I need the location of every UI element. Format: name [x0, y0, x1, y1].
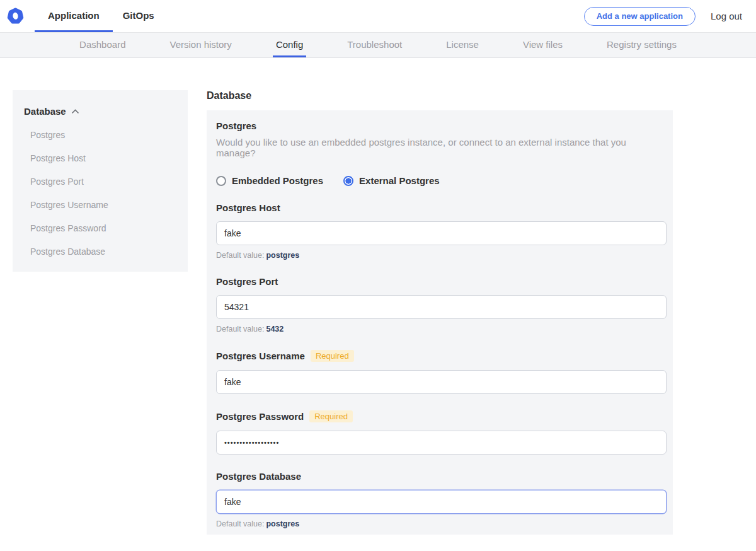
logout-button[interactable]: Log out — [711, 11, 742, 21]
app-subnav: Dashboard Version history Config Trouble… — [0, 33, 756, 58]
radio-external-postgres[interactable]: External Postgres — [343, 175, 440, 186]
radio-unchecked-icon — [216, 176, 226, 186]
group-label: Postgres — [216, 120, 667, 131]
subtab-dashboard[interactable]: Dashboard — [76, 33, 129, 57]
chevron-up-icon — [71, 109, 79, 114]
subtab-view-files[interactable]: View files — [520, 33, 566, 57]
add-new-application-button[interactable]: Add a new application — [584, 7, 696, 26]
section-title: Database — [207, 90, 673, 102]
sidebar-item-list: Postgres Postgres Host Postgres Port Pos… — [24, 130, 176, 257]
radio-embedded-postgres[interactable]: Embedded Postgres — [216, 175, 323, 186]
group-help-text: Would you like to use an embedded postgr… — [216, 137, 667, 158]
field-label: Postgres Port — [216, 276, 278, 287]
default-value-note: Default value:5432 — [216, 325, 667, 334]
field-postgres-port: Postgres Port Default value:5432 — [216, 276, 667, 334]
required-badge: Required — [311, 350, 354, 362]
field-label: Postgres Host — [216, 202, 280, 213]
sidebar-item-postgres-password[interactable]: Postgres Password — [24, 223, 176, 233]
required-badge: Required — [309, 410, 353, 422]
field-label: Postgres Password — [216, 411, 304, 422]
field-postgres-host: Postgres Host Default value:postgres — [216, 202, 667, 260]
replicated-logo-icon — [7, 8, 24, 25]
subtab-license[interactable]: License — [443, 33, 482, 57]
postgres-database-input[interactable] — [216, 490, 667, 514]
tab-application[interactable]: Application — [35, 0, 113, 32]
tab-gitops[interactable]: GitOps — [113, 0, 164, 32]
postgres-port-input[interactable] — [216, 295, 667, 319]
sidebar-group-label: Database — [24, 106, 66, 117]
sidebar-item-postgres-database[interactable]: Postgres Database — [24, 246, 176, 257]
subtab-registry-settings[interactable]: Registry settings — [604, 33, 680, 57]
sidebar-item-postgres-port[interactable]: Postgres Port — [24, 177, 176, 187]
default-value-note: Default value:postgres — [216, 519, 667, 528]
sidebar-item-postgres-username[interactable]: Postgres Username — [24, 200, 176, 210]
database-config-panel: Postgres Would you like to use an embedd… — [207, 110, 673, 535]
postgres-username-input[interactable] — [216, 370, 667, 394]
field-postgres-username: Postgres Username Required — [216, 350, 667, 394]
postgres-host-input[interactable] — [216, 221, 667, 245]
sidebar-item-postgres-host[interactable]: Postgres Host — [24, 153, 176, 163]
config-main: Database Postgres Would you like to use … — [207, 90, 673, 551]
default-value-note: Default value:postgres — [216, 251, 667, 260]
postgres-group: Postgres Would you like to use an embedd… — [216, 120, 667, 186]
app-logo[interactable] — [0, 0, 35, 32]
field-postgres-password: Postgres Password Required — [216, 410, 667, 455]
subtab-config[interactable]: Config — [273, 33, 306, 57]
subtab-version-history[interactable]: Version history — [166, 33, 234, 57]
field-label: Postgres Database — [216, 471, 301, 482]
postgres-mode-radio-group: Embedded Postgres External Postgres — [216, 175, 667, 186]
field-postgres-database: Postgres Database Default value:postgres — [216, 471, 667, 528]
field-label: Postgres Username — [216, 351, 305, 361]
top-nav: Application GitOps Add a new application… — [0, 0, 756, 33]
sidebar-group-database[interactable]: Database — [24, 106, 176, 117]
subtab-troubleshoot[interactable]: Troubleshoot — [344, 33, 405, 57]
postgres-password-input[interactable] — [216, 431, 667, 455]
sidebar-item-postgres[interactable]: Postgres — [24, 130, 176, 140]
radio-checked-icon — [343, 176, 353, 186]
config-sidebar: Database Postgres Postgres Host Postgres… — [13, 90, 188, 272]
